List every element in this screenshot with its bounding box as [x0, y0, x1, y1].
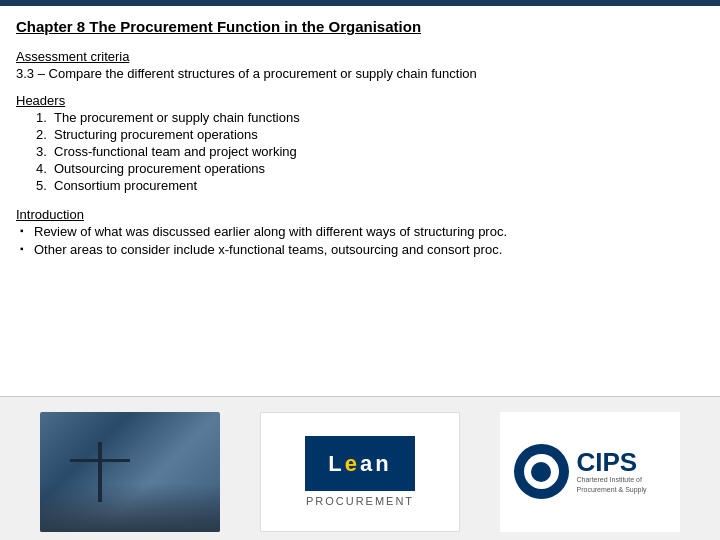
- intro-section: Introduction Review of what was discusse…: [16, 207, 704, 257]
- list-item: 4.Outsourcing procurement operations: [36, 161, 704, 176]
- footer-cips-logo: CIPS Chartered Institute of Procurement …: [500, 412, 680, 532]
- headers-section: Headers 1.The procurement or supply chai…: [16, 93, 704, 193]
- cips-main-text: CIPS: [577, 449, 667, 475]
- headers-heading: Headers: [16, 93, 704, 108]
- intro-bullet-list: Review of what was discussed earlier alo…: [16, 224, 704, 257]
- assessment-section: Assessment criteria 3.3 – Compare the di…: [16, 49, 704, 81]
- footer-image-rig: [40, 412, 220, 532]
- procurement-label: Procurement: [306, 495, 414, 507]
- rig-silhouette: [70, 432, 130, 502]
- footer-lean-logo: Lean Procurement: [260, 412, 460, 532]
- list-item: 1.The procurement or supply chain functi…: [36, 110, 704, 125]
- list-item: 3.Cross-functional team and project work…: [36, 144, 704, 159]
- assessment-heading: Assessment criteria: [16, 49, 704, 64]
- cips-logo-container: CIPS Chartered Institute of Procurement …: [514, 444, 667, 499]
- list-item: 2.Structuring procurement operations: [36, 127, 704, 142]
- content-area: Chapter 8 The Procurement Function in th…: [0, 6, 720, 396]
- list-item: Other areas to consider include x-functi…: [20, 242, 704, 257]
- footer-area: Lean Procurement CIPS Chartered Institut…: [0, 396, 720, 540]
- lean-logo-container: Lean Procurement: [305, 436, 415, 507]
- assessment-text: 3.3 – Compare the different structures o…: [16, 66, 704, 81]
- list-item: Review of what was discussed earlier alo…: [20, 224, 704, 239]
- lean-logo-box: Lean: [305, 436, 415, 491]
- lean-text: Lean: [328, 451, 391, 477]
- intro-heading: Introduction: [16, 207, 704, 222]
- page-title: Chapter 8 The Procurement Function in th…: [16, 18, 704, 35]
- cips-text-block: CIPS Chartered Institute of Procurement …: [577, 449, 667, 493]
- headers-list: 1.The procurement or supply chain functi…: [16, 110, 704, 193]
- list-item: 5.Consortium procurement: [36, 178, 704, 193]
- cips-sub-text: Chartered Institute of Procurement & Sup…: [577, 475, 667, 493]
- cips-icon: [514, 444, 569, 499]
